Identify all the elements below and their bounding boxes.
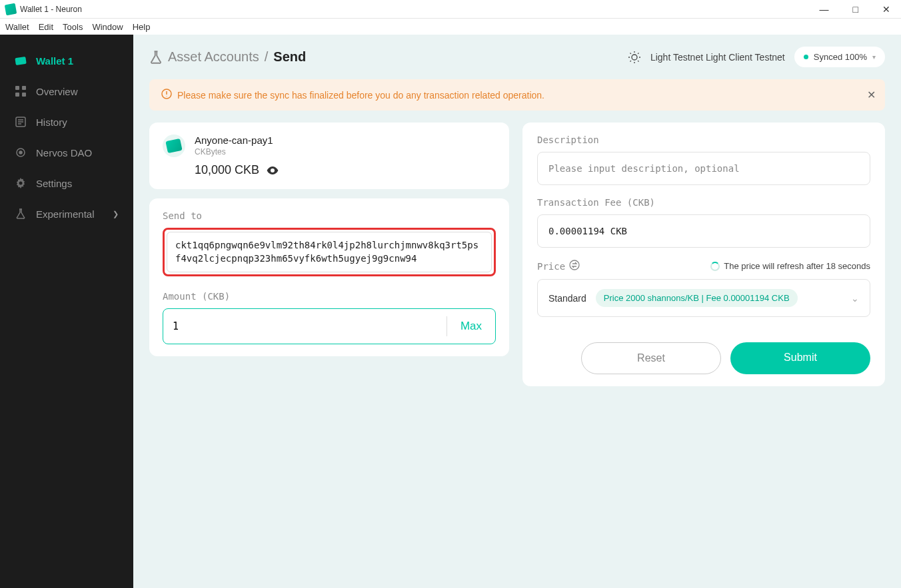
app-icon [5,3,17,15]
chevron-down-icon: ⌄ [851,293,859,304]
send-to-input-highlight: ckt1qq6pngwqn6e9vlm92th84rk0l4jp2h8lurch… [163,228,496,276]
sidebar-item-experimental[interactable]: Experimental ❯ [0,198,133,229]
window-title: Wallet 1 - Neuron [20,5,82,14]
sun-icon[interactable] [628,51,641,64]
svg-point-8 [632,55,637,60]
banner-text: Please make sure the sync has finalized … [177,90,544,101]
amount-input-wrap: Max [163,308,496,344]
send-card: Send to ckt1qq6pngwqn6e9vlm92th84rk0l4jp… [149,198,509,356]
price-refresh-info: The price will refresh after 18 seconds [710,261,870,271]
price-detail-badge: Price 2000 shannons/KB | Fee 0.00001194 … [596,289,798,307]
breadcrumb-sep: / [265,49,269,65]
svg-rect-3 [15,93,19,97]
max-button[interactable]: Max [447,316,495,336]
sidebar-item-label: History [36,117,67,128]
sidebar-item-settings[interactable]: Settings [0,168,133,198]
chevron-right-icon: ❯ [113,210,119,218]
sidebar-item-label: Experimental [36,208,95,220]
header-row: Asset Accounts / Send Light Testnet Ligh… [149,47,885,67]
sidebar-item-nervos-dao[interactable]: Nervos DAO [0,137,133,168]
sidebar-item-label: Overview [36,86,78,97]
sidebar-item-label: Nervos DAO [36,147,92,158]
account-token: CKBytes [195,147,279,156]
menu-help[interactable]: Help [133,22,151,32]
breadcrumb-parent[interactable]: Asset Accounts [168,49,259,65]
amount-input[interactable] [173,320,447,332]
fee-label: Transaction Fee (CKB) [537,197,870,208]
price-refresh-text: The price will refresh after 18 seconds [724,261,870,271]
amount-label: Amount (CKB) [163,291,496,302]
fee-value: 0.00001194 CKB [537,214,870,248]
breadcrumb: Asset Accounts / Send [149,49,306,65]
svg-rect-1 [15,86,19,90]
status-dot-icon [804,55,808,59]
description-input[interactable]: Please input description, optional [537,152,870,185]
info-icon [161,89,172,101]
account-balance: 10,000 CKB [195,163,259,177]
price-select[interactable]: Standard Price 2000 shannons/KB | Fee 0.… [537,279,870,317]
sidebar-item-wallet[interactable]: Wallet 1 [0,45,133,76]
sidebar-item-overview[interactable]: Overview [0,76,133,107]
svg-point-7 [19,151,22,154]
history-icon [15,116,27,128]
swap-icon[interactable] [569,260,580,272]
chevron-down-icon: ▾ [872,53,876,61]
send-to-label: Send to [163,210,496,221]
grid-icon [15,85,27,97]
sidebar-item-history[interactable]: History [0,107,133,137]
reset-button[interactable]: Reset [581,342,721,374]
wallet-icon [15,55,27,67]
warning-banner: Please make sure the sync has finalized … [149,79,885,111]
footer-actions: Reset Submit [537,329,870,374]
svg-rect-0 [15,57,26,65]
sidebar-item-label: Settings [36,178,72,189]
minimize-button[interactable]: — [814,4,834,15]
sync-status-pill[interactable]: Synced 100% ▾ [794,47,885,67]
eye-icon[interactable] [266,164,279,177]
sidebar-item-label: Wallet 1 [36,55,73,67]
description-label: Description [537,135,870,145]
titlebar: Wallet 1 - Neuron — □ ✕ [0,0,901,19]
svg-rect-4 [22,93,26,97]
price-selected: Standard [548,293,586,304]
account-icon [163,135,185,157]
flask-icon [15,208,27,220]
menu-window[interactable]: Window [92,22,123,32]
send-to-input[interactable]: ckt1qq6pngwqn6e9vlm92th84rk0l4jp2h8lurch… [167,232,492,272]
flask-icon [149,51,163,64]
window-controls: — □ ✕ [814,4,896,15]
gear-icon [15,177,27,189]
maximize-button[interactable]: □ [848,4,864,15]
submit-button[interactable]: Submit [730,342,870,374]
content-area: Asset Accounts / Send Light Testnet Ligh… [133,35,901,588]
menu-edit[interactable]: Edit [39,22,53,32]
network-label[interactable]: Light Testnet Light Client Testnet [650,52,785,63]
sync-status-text: Synced 100% [814,52,867,62]
dao-icon [15,147,27,158]
svg-point-10 [570,260,579,270]
price-label: Price [537,261,565,272]
account-name: Anyone-can-pay1 [195,135,279,146]
breadcrumb-current: Send [273,49,306,65]
menu-wallet[interactable]: Wallet [5,22,29,32]
account-card: Anyone-can-pay1 CKBytes 10,000 CKB [149,123,509,189]
svg-rect-2 [22,86,26,90]
right-panel: Description Please input description, op… [522,123,885,386]
menu-tools[interactable]: Tools [63,22,83,32]
menubar: Wallet Edit Tools Window Help [0,19,901,35]
close-button[interactable]: ✕ [877,4,896,15]
banner-close-button[interactable]: ✕ [867,89,876,101]
spinner-icon [710,262,720,271]
sidebar: Wallet 1 Overview History Nervos DAO Set… [0,35,133,588]
